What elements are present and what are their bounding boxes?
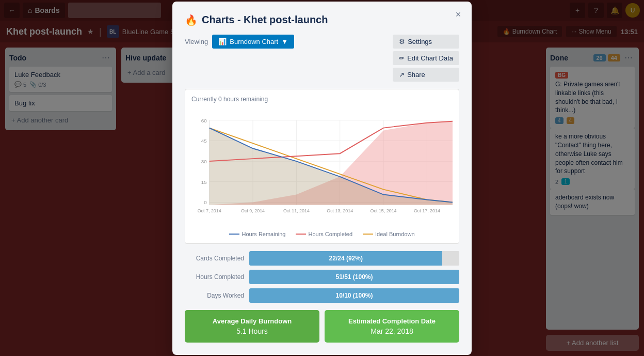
est-completion-title: Estimated Completion Date: [332, 317, 452, 325]
legend-hours-remaining: Hours Remaining: [229, 231, 285, 237]
legend-ideal-burndown: Ideal Burndown: [363, 231, 414, 237]
svg-text:15: 15: [201, 179, 207, 184]
modal-action-buttons: ⚙ Settings ✏ Edit Chart Data ↗ Share: [393, 35, 459, 82]
modal-overlay[interactable]: × 🔥 Charts - Khet post-launch Viewing 📊 …: [0, 0, 644, 356]
avg-burndown-value: 5.1 Hours: [192, 327, 312, 335]
dropdown-label: Burndown Chart: [230, 38, 278, 45]
svg-text:0: 0: [204, 199, 207, 205]
modal-title-text: Charts - Khet post-launch: [202, 14, 328, 26]
svg-text:Oct 13, 2014: Oct 13, 2014: [327, 208, 353, 213]
days-worked-bar: 10/10 (100%): [249, 288, 459, 303]
viewing-area: Viewing 📊 Burndown Chart ▼: [185, 35, 388, 49]
est-completion-value: Mar 22, 2018: [332, 327, 452, 335]
hours-remaining-line: [229, 234, 239, 235]
estimated-completion-card: Estimated Completion Date Mar 22, 2018: [325, 310, 459, 343]
hours-completed-label: Hours Completed: [185, 273, 244, 281]
svg-text:Oct 9, 2014: Oct 9, 2014: [241, 208, 265, 213]
viewing-label: Viewing: [185, 38, 208, 45]
close-icon: ×: [456, 9, 461, 20]
svg-text:Oct 15, 2014: Oct 15, 2014: [371, 208, 397, 213]
chart-type-dropdown[interactable]: 📊 Burndown Chart ▼: [212, 35, 294, 49]
share-label: Share: [407, 71, 425, 79]
average-daily-burndown-card: Average Daily Burndown 5.1 Hours: [185, 310, 319, 343]
modal-title: 🔥 Charts - Khet post-launch: [185, 14, 459, 26]
legend-label: Hours Remaining: [242, 231, 285, 237]
cards-completed-bar: 22/24 (92%): [249, 251, 459, 266]
svg-text:Oct 11, 2014: Oct 11, 2014: [283, 208, 310, 213]
hours-completed-bar: 51/51 (100%): [249, 270, 459, 284]
hours-completed-line: [296, 234, 306, 235]
edit-chart-data-button[interactable]: ✏ Edit Chart Data: [393, 51, 459, 65]
days-worked-value: 10/10 (100%): [249, 288, 459, 303]
settings-button[interactable]: ⚙ Settings: [393, 35, 459, 49]
cards-completed-row: Cards Completed 22/24 (92%): [185, 251, 459, 266]
hours-completed-value: 51/51 (100%): [249, 270, 459, 284]
modal-close-button[interactable]: ×: [451, 8, 465, 22]
legend-label: Hours Completed: [308, 231, 352, 237]
chart-icon: 📊: [218, 38, 227, 45]
chart-container: Currently 0 hours remaining 60 45 30: [185, 89, 459, 244]
days-worked-label: Days Worked: [185, 292, 244, 299]
svg-text:60: 60: [201, 117, 207, 123]
legend-label: Ideal Burndown: [375, 231, 414, 237]
svg-text:30: 30: [201, 159, 207, 164]
chevron-down-icon: ▼: [281, 38, 288, 45]
ideal-burndown-line: [363, 234, 373, 235]
edit-icon: ✏: [399, 54, 405, 62]
chart-remaining-label: Currently 0 hours remaining: [191, 96, 453, 103]
stats-section: Cards Completed 22/24 (92%) Hours Comple…: [185, 251, 459, 303]
svg-text:Oct 7, 2014: Oct 7, 2014: [198, 208, 221, 213]
hours-completed-row: Hours Completed 51/51 (100%): [185, 270, 459, 284]
svg-text:Oct 17, 2014: Oct 17, 2014: [414, 208, 440, 213]
cards-completed-label: Cards Completed: [185, 255, 244, 262]
burndown-chart-svg: 60 45 30 15 0 Oct 7, 2014 Oct 9, 2014 Oc…: [191, 107, 453, 226]
avg-burndown-title: Average Daily Burndown: [192, 317, 312, 325]
cards-remainder: [442, 251, 459, 266]
modal-toolbar: Viewing 📊 Burndown Chart ▼ ⚙ Settings ✏ …: [185, 35, 459, 82]
settings-label: Settings: [408, 38, 432, 45]
modal-fire-icon: 🔥: [185, 14, 198, 26]
edit-label: Edit Chart Data: [407, 54, 453, 62]
share-icon: ↗: [399, 71, 405, 79]
share-button[interactable]: ↗ Share: [393, 68, 459, 82]
legend-hours-completed: Hours Completed: [296, 231, 352, 237]
gear-icon: ⚙: [399, 38, 405, 45]
bottom-summary-cards: Average Daily Burndown 5.1 Hours Estimat…: [185, 310, 459, 343]
svg-text:45: 45: [201, 138, 207, 144]
chart-legend: Hours Remaining Hours Completed Ideal Bu…: [191, 231, 453, 237]
days-worked-row: Days Worked 10/10 (100%): [185, 288, 459, 303]
cards-completed-value: 22/24 (92%): [249, 251, 442, 266]
charts-modal: × 🔥 Charts - Khet post-launch Viewing 📊 …: [172, 2, 472, 355]
